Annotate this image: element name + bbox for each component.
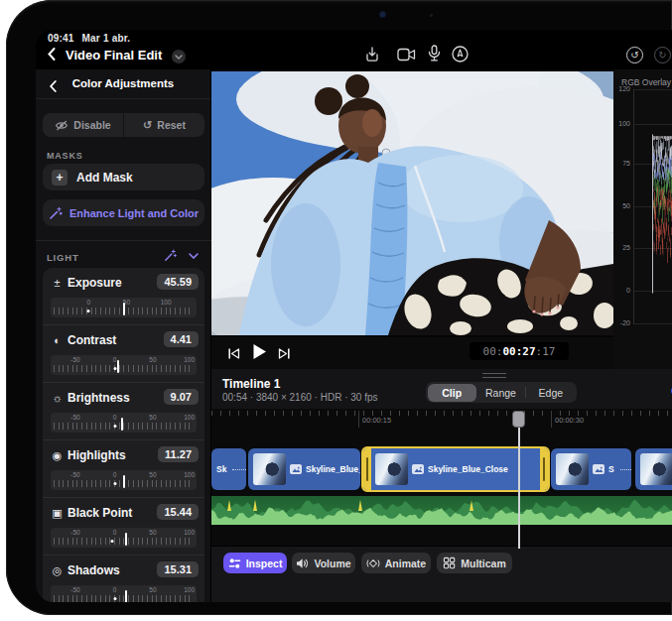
slider-value-badge[interactable]: 15.44 [157,504,199,520]
video-preview: 00:00:27:17 [211,69,613,369]
skip-back-icon[interactable] [227,346,240,364]
slider-brightness[interactable]: ☼Brightness9.07-50050100 [43,383,204,440]
slider-highlights[interactable]: ◉Highlights11.27-50050100 [43,440,204,498]
add-mask-label: Add Mask [76,171,133,185]
camera-icon[interactable] [397,48,416,65]
preview-video-frame[interactable] [211,71,613,335]
slider-ruler[interactable]: -50050100 [51,470,197,490]
button-label: Animate [385,558,426,569]
slider-label: Brightness [67,391,130,405]
clip-name-label: S [608,464,614,474]
mode-edge[interactable]: Edge [526,384,575,402]
microphone-icon[interactable] [427,45,442,66]
timeline-name: Timeline 1 [222,377,280,391]
timeline-clip[interactable] [635,448,672,490]
slider-value-badge[interactable]: 15.31 [157,561,199,577]
timecode-frames: :17 [536,345,556,358]
inspect-button[interactable]: Inspect [223,553,287,573]
timeline-clip-sk[interactable]: Sk [211,448,246,490]
drag-handle[interactable] [482,373,506,378]
slider-ruler[interactable]: -50050100 [51,528,197,548]
slider-value-badge[interactable]: 9.07 [164,389,199,405]
slider-ruler[interactable]: -50050100 [51,413,197,433]
project-title[interactable]: Video Final Edit [66,48,162,62]
slider-exposure[interactable]: ±Exposure45.59050100 [43,268,204,325]
ruler-tick-label: 0 [86,299,90,306]
slider-icon: ◐ [51,334,64,346]
photo-icon [593,464,605,474]
animate-button[interactable]: Animate [361,553,431,573]
app-header: Video Final Edit ↺ ↻ [36,45,672,69]
trim-handle-right[interactable] [540,448,548,490]
slider-value-badge[interactable]: 45.59 [157,274,199,290]
ruler-tick-label: 50 [149,529,156,536]
slider-black-point[interactable]: ▣Black Point15.44-50050100 [43,498,204,556]
reset-button[interactable]: ↺ Reset [123,113,204,137]
slider-icon: ◎ [51,564,64,577]
play-button-icon[interactable] [252,343,267,364]
ruler-value-marker[interactable] [123,475,125,488]
slider-ruler[interactable]: -50050100 [51,355,197,375]
mode-clip[interactable]: Clip [428,384,476,402]
scope-axis-label: 120 [613,85,630,92]
magic-wand-icon [49,206,63,220]
button-label: Multicam [461,558,506,569]
ruler-tick-label: 0 [113,529,117,536]
ruler-ticks [54,423,194,430]
skip-forward-icon[interactable] [278,346,291,364]
undo-icon[interactable]: ↺ [626,47,643,63]
clip-thumbnail [253,453,286,485]
status-time: 09:41 [48,33,74,44]
ruler-value-marker[interactable] [125,590,127,602]
ruler-tick-label: 100 [184,586,195,593]
timecode-display[interactable]: 00:00:27:17 [470,342,569,360]
magic-wand-icon[interactable] [164,249,177,262]
slider-contrast[interactable]: ◐Contrast4.41-50050100 [43,325,204,383]
ruler-value-marker[interactable] [123,303,125,315]
mode-range[interactable]: Range [476,384,525,402]
light-sliders-card: ±Exposure45.59050100◐Contrast4.41-500501… [43,268,204,602]
animate-diamond-icon [366,558,380,569]
playhead-handle[interactable] [512,411,525,428]
ruler-value-marker[interactable] [117,360,119,373]
rgb-overlay-scope: RGB Overlay 1201007550250-20 [613,69,672,372]
volume-button[interactable]: Volume [292,553,355,573]
redo-icon[interactable]: ↻ [654,47,671,63]
timeline-clip-skyline_blue_wide[interactable]: Skyline_Blue_Wide [248,448,360,490]
clip-name-label: Skyline_Blue_Wide [306,464,360,474]
ruler-tick-label: 50 [149,356,156,363]
timeline-ruler[interactable] [211,411,672,416]
disable-button[interactable]: Disable [43,113,123,137]
timeline-clip-s[interactable]: S [551,448,631,490]
divider [36,240,211,241]
import-icon[interactable] [363,46,381,67]
slider-ruler[interactable]: -50050100 [51,585,197,602]
slider-value-badge[interactable]: 11.27 [158,446,199,462]
ruler-tick-label: 100 [184,414,195,421]
audio-waveform-track[interactable] [211,496,672,525]
pencil-circle-icon[interactable] [452,46,469,66]
ruler-value-marker[interactable] [121,418,123,431]
slider-ruler[interactable]: 050100 [51,298,197,317]
add-mask-button[interactable]: + Add Mask [43,164,204,190]
ruler-value-marker[interactable] [125,533,127,546]
clip-name-label: Skyline_Blue_Close [428,464,508,474]
truncation-dots [232,469,246,470]
trim-handle-left[interactable] [363,448,371,490]
front-camera [380,12,385,17]
scope-axis-label: 0 [613,287,630,294]
back-chevron-icon[interactable] [48,47,56,64]
chevron-down-icon[interactable] [189,253,199,259]
speaker-icon [296,558,309,569]
slider-value-badge[interactable]: 4.41 [164,331,199,347]
enhance-light-color-button[interactable]: Enhance Light and Color [43,199,204,226]
bezel-sensor [430,14,433,17]
multicam-button[interactable]: Multicam [437,553,512,573]
timeline-area: Timeline 1 00:54 · 3840 × 2160 · HDR · 3… [211,369,672,602]
scope-axis-label: -20 [613,319,630,326]
multicam-grid-icon [443,557,456,569]
timeline-clip-skyline_blue_close[interactable]: Skyline_Blue_Close [361,446,550,492]
title-chevron-icon[interactable] [172,50,186,63]
slider-shadows[interactable]: ◎Shadows15.31-50050100 [43,556,204,602]
ruler-tick-label: -50 [70,529,79,536]
